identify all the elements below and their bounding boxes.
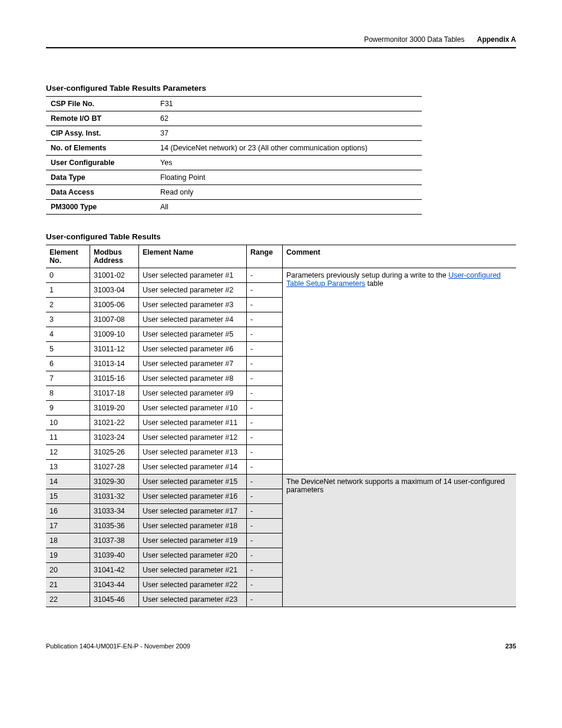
doc-section-text: Powermonitor 3000 Data Tables: [364, 35, 465, 44]
params-table: CSP File No.F31Remote I/O BT62CIP Assy. …: [46, 96, 422, 215]
cell-range: -: [247, 475, 283, 489]
params-row: CIP Assy. Inst.37: [46, 126, 422, 141]
cell-range: -: [247, 342, 283, 357]
cell-element-no: 12: [46, 445, 90, 460]
cell-element-no: 14: [46, 475, 90, 489]
params-key: CIP Assy. Inst.: [46, 126, 156, 141]
cell-range: -: [247, 460, 283, 475]
cell-element-no: 13: [46, 460, 90, 475]
cell-modbus-address: 31025-26: [90, 445, 139, 460]
cell-modbus-address: 31045-46: [90, 592, 139, 607]
params-value: F31: [156, 97, 422, 111]
cell-element-name: User selected parameter #22: [139, 578, 247, 592]
cell-element-name: User selected parameter #3: [139, 298, 247, 312]
results-table: Element No. Modbus Address Element Name …: [46, 245, 516, 607]
cell-element-no: 15: [46, 489, 90, 504]
table-row: 031001-02User selected parameter #1-Para…: [46, 268, 516, 283]
cell-element-name: User selected parameter #21: [139, 563, 247, 578]
cell-range: -: [247, 563, 283, 578]
page-header: Powermonitor 3000 Data Tables Appendix A: [46, 35, 516, 48]
table-row: 1431029-30User selected parameter #15-Th…: [46, 475, 516, 489]
cell-range: -: [247, 592, 283, 607]
params-row: CSP File No.F31: [46, 97, 422, 111]
cell-element-name: User selected parameter #23: [139, 592, 247, 607]
cell-element-no: 3: [46, 312, 90, 327]
cell-range: -: [247, 283, 283, 298]
results-section-title: User-configured Table Results: [46, 232, 516, 241]
cell-element-name: User selected parameter #9: [139, 386, 247, 401]
cell-element-no: 7: [46, 371, 90, 386]
cell-element-no: 17: [46, 519, 90, 533]
cell-element-no: 21: [46, 578, 90, 592]
cell-element-no: 5: [46, 342, 90, 357]
cell-range: -: [247, 430, 283, 445]
cell-range: -: [247, 416, 283, 430]
cell-element-no: 6: [46, 357, 90, 371]
params-row: No. of Elements14 (DeviceNet network) or…: [46, 141, 422, 156]
cell-modbus-address: 31019-20: [90, 401, 139, 416]
cell-element-name: User selected parameter #17: [139, 504, 247, 519]
cell-modbus-address: 31041-42: [90, 563, 139, 578]
cell-element-no: 11: [46, 430, 90, 445]
params-value: 37: [156, 126, 422, 141]
params-value: 14 (DeviceNet network) or 23 (All other …: [156, 141, 422, 156]
cell-element-no: 1: [46, 283, 90, 298]
cell-modbus-address: 31023-24: [90, 430, 139, 445]
cell-modbus-address: 31021-22: [90, 416, 139, 430]
cell-modbus-address: 31011-12: [90, 342, 139, 357]
cell-range: -: [247, 578, 283, 592]
params-key: Data Type: [46, 170, 156, 185]
cell-range: -: [247, 268, 283, 283]
cell-range: -: [247, 519, 283, 533]
params-section-title: User-configured Table Results Parameters: [46, 84, 516, 93]
params-row: PM3000 TypeAll: [46, 200, 422, 215]
params-row: User ConfigurableYes: [46, 156, 422, 170]
cell-element-name: User selected parameter #13: [139, 445, 247, 460]
cell-element-name: User selected parameter #11: [139, 416, 247, 430]
col-header-element-no: Element No.: [46, 245, 90, 268]
params-row: Data AccessRead only: [46, 185, 422, 200]
params-value: Yes: [156, 156, 422, 170]
cell-range: -: [247, 548, 283, 563]
appendix-label: Appendix A: [477, 35, 516, 44]
cell-range: -: [247, 504, 283, 519]
publication-info: Publication 1404-UM001F-EN-P - November …: [46, 643, 190, 650]
cell-element-no: 16: [46, 504, 90, 519]
cell-range: -: [247, 357, 283, 371]
cell-element-name: User selected parameter #1: [139, 268, 247, 283]
params-value: All: [156, 200, 422, 215]
cell-element-name: User selected parameter #19: [139, 533, 247, 548]
cell-element-name: User selected parameter #15: [139, 475, 247, 489]
cell-modbus-address: 31027-28: [90, 460, 139, 475]
cell-modbus-address: 31015-16: [90, 371, 139, 386]
cell-range: -: [247, 533, 283, 548]
params-key: No. of Elements: [46, 141, 156, 156]
cell-element-no: 22: [46, 592, 90, 607]
params-key: Data Access: [46, 185, 156, 200]
cell-comment: The DeviceNet network supports a maximum…: [283, 475, 517, 607]
params-key: PM3000 Type: [46, 200, 156, 215]
cell-range: -: [247, 386, 283, 401]
cell-element-name: User selected parameter #8: [139, 371, 247, 386]
params-row: Data TypeFloating Point: [46, 170, 422, 185]
params-value: Read only: [156, 185, 422, 200]
cell-range: -: [247, 489, 283, 504]
cell-element-no: 18: [46, 533, 90, 548]
cell-element-no: 19: [46, 548, 90, 563]
params-value: Floating Point: [156, 170, 422, 185]
cell-modbus-address: 31017-18: [90, 386, 139, 401]
cell-element-name: User selected parameter #5: [139, 327, 247, 342]
page-number: 235: [505, 643, 516, 650]
params-key: User Configurable: [46, 156, 156, 170]
params-key: Remote I/O BT: [46, 111, 156, 126]
params-key: CSP File No.: [46, 97, 156, 111]
comment-text: Parameters previously setup during a wri…: [286, 271, 448, 279]
cell-modbus-address: 31043-44: [90, 578, 139, 592]
col-header-element-name: Element Name: [139, 245, 247, 268]
cell-element-name: User selected parameter #6: [139, 342, 247, 357]
cell-modbus-address: 31003-04: [90, 283, 139, 298]
cell-element-no: 4: [46, 327, 90, 342]
cell-element-no: 8: [46, 386, 90, 401]
comment-text: table: [365, 279, 384, 288]
cell-modbus-address: 31037-38: [90, 533, 139, 548]
